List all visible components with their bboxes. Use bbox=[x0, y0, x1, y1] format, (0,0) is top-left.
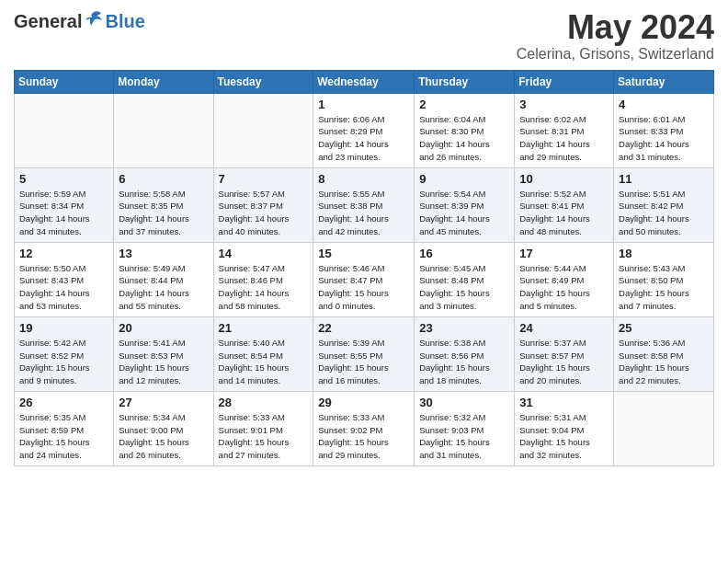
calendar-cell: 4Sunrise: 6:01 AM Sunset: 8:33 PM Daylig… bbox=[614, 93, 714, 167]
day-number: 22 bbox=[318, 321, 409, 335]
calendar-cell: 21Sunrise: 5:40 AM Sunset: 8:54 PM Dayli… bbox=[213, 316, 313, 391]
day-info: Sunrise: 6:02 AM Sunset: 8:31 PM Dayligh… bbox=[519, 113, 609, 164]
day-number: 26 bbox=[19, 396, 108, 409]
calendar-header-row: SundayMondayTuesdayWednesdayThursdayFrid… bbox=[15, 70, 714, 93]
month-title: May 2024 bbox=[517, 9, 714, 46]
day-info: Sunrise: 5:45 AM Sunset: 8:48 PM Dayligh… bbox=[419, 262, 509, 313]
day-number: 23 bbox=[419, 321, 509, 335]
day-info: Sunrise: 5:49 AM Sunset: 8:44 PM Dayligh… bbox=[119, 262, 208, 313]
day-info: Sunrise: 6:01 AM Sunset: 8:33 PM Dayligh… bbox=[619, 113, 709, 164]
calendar-week-row: 12Sunrise: 5:50 AM Sunset: 8:43 PM Dayli… bbox=[15, 242, 714, 316]
calendar-cell: 19Sunrise: 5:42 AM Sunset: 8:52 PM Dayli… bbox=[15, 316, 114, 391]
day-number: 4 bbox=[619, 98, 709, 111]
calendar-day-header: Sunday bbox=[15, 70, 114, 93]
calendar-cell: 7Sunrise: 5:57 AM Sunset: 8:37 PM Daylig… bbox=[213, 167, 313, 242]
day-info: Sunrise: 5:39 AM Sunset: 8:55 PM Dayligh… bbox=[318, 337, 409, 387]
calendar-week-row: 26Sunrise: 5:35 AM Sunset: 8:59 PM Dayli… bbox=[15, 391, 714, 465]
calendar-cell: 13Sunrise: 5:49 AM Sunset: 8:44 PM Dayli… bbox=[114, 242, 213, 316]
calendar-cell bbox=[114, 93, 213, 167]
calendar-cell: 29Sunrise: 5:33 AM Sunset: 9:02 PM Dayli… bbox=[313, 391, 415, 465]
day-number: 19 bbox=[19, 321, 108, 335]
calendar-cell: 23Sunrise: 5:38 AM Sunset: 8:56 PM Dayli… bbox=[415, 316, 515, 391]
calendar-cell: 14Sunrise: 5:47 AM Sunset: 8:46 PM Dayli… bbox=[213, 242, 313, 316]
day-number: 30 bbox=[419, 396, 509, 409]
calendar-day-header: Tuesday bbox=[213, 70, 313, 93]
calendar-cell: 24Sunrise: 5:37 AM Sunset: 8:57 PM Dayli… bbox=[515, 316, 614, 391]
day-number: 15 bbox=[318, 247, 409, 260]
day-number: 5 bbox=[19, 172, 108, 186]
calendar-cell: 5Sunrise: 5:59 AM Sunset: 8:34 PM Daylig… bbox=[15, 167, 114, 242]
logo-blue: Blue bbox=[105, 11, 144, 32]
day-info: Sunrise: 5:44 AM Sunset: 8:49 PM Dayligh… bbox=[519, 262, 609, 313]
calendar-cell: 1Sunrise: 6:06 AM Sunset: 8:29 PM Daylig… bbox=[313, 93, 415, 167]
day-number: 31 bbox=[519, 396, 609, 409]
day-number: 27 bbox=[119, 396, 208, 409]
calendar-day-header: Saturday bbox=[614, 70, 714, 93]
title-block: May 2024 Celerina, Grisons, Switzerland bbox=[517, 9, 714, 63]
calendar-cell: 10Sunrise: 5:52 AM Sunset: 8:41 PM Dayli… bbox=[515, 167, 614, 242]
calendar-day-header: Wednesday bbox=[313, 70, 415, 93]
day-number: 1 bbox=[318, 98, 409, 111]
day-info: Sunrise: 5:42 AM Sunset: 8:52 PM Dayligh… bbox=[19, 337, 108, 387]
day-info: Sunrise: 5:33 AM Sunset: 9:02 PM Dayligh… bbox=[318, 411, 409, 462]
calendar-week-row: 19Sunrise: 5:42 AM Sunset: 8:52 PM Dayli… bbox=[15, 316, 714, 391]
day-info: Sunrise: 5:34 AM Sunset: 9:00 PM Dayligh… bbox=[119, 411, 208, 462]
calendar-cell: 9Sunrise: 5:54 AM Sunset: 8:39 PM Daylig… bbox=[415, 167, 515, 242]
day-number: 29 bbox=[318, 396, 409, 409]
calendar-cell: 28Sunrise: 5:33 AM Sunset: 9:01 PM Dayli… bbox=[213, 391, 313, 465]
day-info: Sunrise: 5:50 AM Sunset: 8:43 PM Dayligh… bbox=[19, 262, 108, 313]
day-info: Sunrise: 5:43 AM Sunset: 8:50 PM Dayligh… bbox=[619, 262, 709, 313]
day-info: Sunrise: 5:32 AM Sunset: 9:03 PM Dayligh… bbox=[419, 411, 509, 462]
calendar-cell: 26Sunrise: 5:35 AM Sunset: 8:59 PM Dayli… bbox=[15, 391, 114, 465]
calendar-cell bbox=[15, 93, 114, 167]
day-info: Sunrise: 5:40 AM Sunset: 8:54 PM Dayligh… bbox=[219, 337, 309, 387]
logo-general: General bbox=[14, 11, 82, 32]
calendar-cell bbox=[614, 391, 714, 465]
calendar-cell: 2Sunrise: 6:04 AM Sunset: 8:30 PM Daylig… bbox=[415, 93, 515, 167]
day-info: Sunrise: 5:46 AM Sunset: 8:47 PM Dayligh… bbox=[318, 262, 409, 313]
day-info: Sunrise: 5:36 AM Sunset: 8:58 PM Dayligh… bbox=[619, 337, 709, 387]
calendar-day-header: Friday bbox=[515, 70, 614, 93]
day-info: Sunrise: 5:57 AM Sunset: 8:37 PM Dayligh… bbox=[219, 188, 309, 238]
calendar-cell: 15Sunrise: 5:46 AM Sunset: 8:47 PM Dayli… bbox=[313, 242, 415, 316]
day-number: 13 bbox=[119, 247, 208, 260]
calendar-day-header: Thursday bbox=[415, 70, 515, 93]
day-info: Sunrise: 5:47 AM Sunset: 8:46 PM Dayligh… bbox=[219, 262, 309, 313]
calendar-cell: 6Sunrise: 5:58 AM Sunset: 8:35 PM Daylig… bbox=[114, 167, 213, 242]
calendar-table: SundayMondayTuesdayWednesdayThursdayFrid… bbox=[14, 70, 714, 466]
day-number: 25 bbox=[619, 321, 709, 335]
calendar-cell: 11Sunrise: 5:51 AM Sunset: 8:42 PM Dayli… bbox=[614, 167, 714, 242]
calendar-cell: 25Sunrise: 5:36 AM Sunset: 8:58 PM Dayli… bbox=[614, 316, 714, 391]
day-info: Sunrise: 5:51 AM Sunset: 8:42 PM Dayligh… bbox=[619, 188, 709, 238]
day-number: 12 bbox=[19, 247, 108, 260]
day-info: Sunrise: 5:35 AM Sunset: 8:59 PM Dayligh… bbox=[19, 411, 108, 462]
calendar-cell: 18Sunrise: 5:43 AM Sunset: 8:50 PM Dayli… bbox=[614, 242, 714, 316]
calendar-week-row: 5Sunrise: 5:59 AM Sunset: 8:34 PM Daylig… bbox=[15, 167, 714, 242]
day-info: Sunrise: 5:41 AM Sunset: 8:53 PM Dayligh… bbox=[119, 337, 208, 387]
day-number: 24 bbox=[519, 321, 609, 335]
day-number: 17 bbox=[519, 247, 609, 260]
day-number: 3 bbox=[519, 98, 609, 111]
calendar-cell: 17Sunrise: 5:44 AM Sunset: 8:49 PM Dayli… bbox=[515, 242, 614, 316]
day-number: 18 bbox=[619, 247, 709, 260]
day-info: Sunrise: 6:06 AM Sunset: 8:29 PM Dayligh… bbox=[318, 113, 409, 164]
day-info: Sunrise: 5:52 AM Sunset: 8:41 PM Dayligh… bbox=[519, 188, 609, 238]
day-number: 28 bbox=[219, 396, 309, 409]
day-number: 7 bbox=[219, 172, 309, 186]
day-number: 2 bbox=[419, 98, 509, 111]
location-title: Celerina, Grisons, Switzerland bbox=[517, 46, 714, 63]
day-number: 21 bbox=[219, 321, 309, 335]
day-info: Sunrise: 5:55 AM Sunset: 8:38 PM Dayligh… bbox=[318, 188, 409, 238]
day-info: Sunrise: 5:31 AM Sunset: 9:04 PM Dayligh… bbox=[519, 411, 609, 462]
day-number: 8 bbox=[318, 172, 409, 186]
day-number: 14 bbox=[219, 247, 309, 260]
day-info: Sunrise: 5:38 AM Sunset: 8:56 PM Dayligh… bbox=[419, 337, 509, 387]
day-info: Sunrise: 5:59 AM Sunset: 8:34 PM Dayligh… bbox=[19, 188, 108, 238]
day-number: 10 bbox=[519, 172, 609, 186]
calendar-cell: 3Sunrise: 6:02 AM Sunset: 8:31 PM Daylig… bbox=[515, 93, 614, 167]
day-info: Sunrise: 5:58 AM Sunset: 8:35 PM Dayligh… bbox=[119, 188, 208, 238]
calendar-cell: 20Sunrise: 5:41 AM Sunset: 8:53 PM Dayli… bbox=[114, 316, 213, 391]
day-number: 9 bbox=[419, 172, 509, 186]
calendar-cell: 30Sunrise: 5:32 AM Sunset: 9:03 PM Dayli… bbox=[415, 391, 515, 465]
calendar-week-row: 1Sunrise: 6:06 AM Sunset: 8:29 PM Daylig… bbox=[15, 93, 714, 167]
